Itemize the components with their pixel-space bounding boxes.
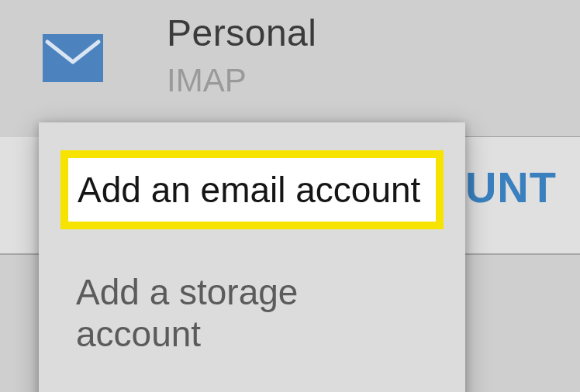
- add-account-popup: Add an email account Add a storage accou…: [39, 122, 465, 392]
- account-row[interactable]: Personal IMAP: [0, 0, 580, 138]
- envelope-icon: [43, 34, 103, 82]
- menu-item-label: Add a storage account: [76, 272, 298, 354]
- menu-item-add-storage-account[interactable]: Add a storage account: [39, 254, 465, 372]
- menu-item-label: Add an email account: [78, 170, 420, 210]
- menu-item-add-email-account[interactable]: Add an email account: [68, 158, 436, 222]
- settings-screen: Personal IMAP UNT Add an email account A…: [0, 0, 580, 392]
- add-account-button-label: UNT: [465, 162, 557, 212]
- svg-rect-0: [43, 34, 103, 82]
- account-type: IMAP: [167, 62, 247, 99]
- account-name: Personal: [167, 12, 316, 54]
